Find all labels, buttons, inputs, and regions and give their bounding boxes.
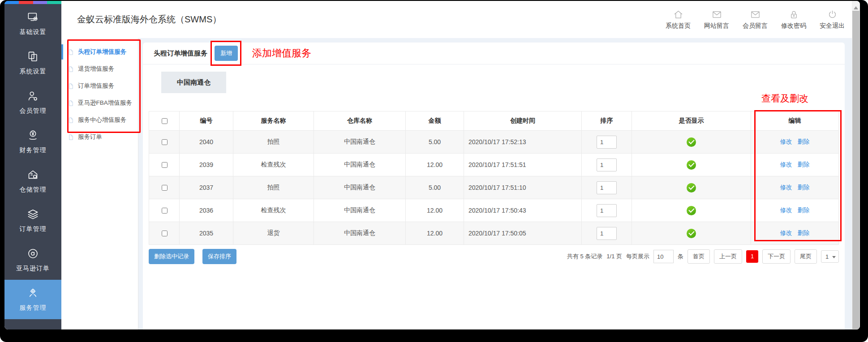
delete-link[interactable]: 删除 xyxy=(798,184,810,191)
col-header-warehouse: 仓库名称 xyxy=(314,111,406,131)
brand-color-strip xyxy=(4,1,61,4)
cell-id: 2035 xyxy=(180,222,233,245)
sidebar-item-finance-management[interactable]: 财务管理 xyxy=(4,122,61,162)
page-select-dropdown[interactable]: 1 xyxy=(821,250,839,263)
lock-icon xyxy=(789,9,799,20)
col-header-edit: 编辑 xyxy=(751,111,839,131)
delete-link[interactable]: 删除 xyxy=(798,207,810,214)
app-window: 基础设置 系统设置 会员管理 财务管理 仓储管理 订单管理 xyxy=(0,0,868,342)
current-page-button[interactable]: 1 xyxy=(746,250,758,263)
delete-selected-button[interactable]: 删除选中记录 xyxy=(149,249,194,264)
scrollbar-thumb[interactable] xyxy=(852,11,859,329)
delete-link[interactable]: 删除 xyxy=(798,230,810,236)
subnav-item-service-center-vas[interactable]: 服务中心增值服务 xyxy=(61,111,138,128)
file-icon xyxy=(68,66,74,73)
panel-body: 中国南通仓 编号 服务名称 仓库名称 金额 xyxy=(143,64,845,264)
quicklink-member-messages[interactable]: 会员留言 xyxy=(743,9,768,30)
sidebar-item-basic-settings[interactable]: 基础设置 xyxy=(4,4,61,43)
annotation-view-edit: 查看及删改 xyxy=(761,92,808,105)
mail-icon xyxy=(750,9,761,20)
sort-input[interactable] xyxy=(597,181,617,194)
warehouse-tab[interactable]: 中国南通仓 xyxy=(161,72,226,93)
sort-input[interactable] xyxy=(597,204,617,217)
sidebar-item-order-management[interactable]: 订单管理 xyxy=(4,201,61,240)
table-row: 2035 退货 中国南通仓 12.00 2020/10/17 17:50:05 … xyxy=(149,222,839,245)
cell-service: 检查残次 xyxy=(233,154,314,176)
modify-link[interactable]: 修改 xyxy=(780,207,792,214)
cell-created: 2020/10/17 17:51:51 xyxy=(464,154,582,176)
modify-link[interactable]: 修改 xyxy=(780,230,792,236)
delete-link[interactable]: 删除 xyxy=(798,161,810,168)
vertical-scrollbar[interactable] xyxy=(852,1,860,329)
pagination-page-info: 1/1 页 xyxy=(606,252,622,261)
visible-check-icon xyxy=(687,160,696,170)
sidebar-item-amazon-orders[interactable]: 亚马逊订单 xyxy=(4,240,61,280)
subnav-item-fba-vas[interactable]: 亚马逊FBA增值服务 xyxy=(61,94,138,111)
save-sort-button[interactable]: 保存排序 xyxy=(202,249,236,264)
modify-link[interactable]: 修改 xyxy=(780,161,792,168)
quicklink-system-home[interactable]: 系统首页 xyxy=(666,9,691,30)
cell-id: 2036 xyxy=(180,199,233,222)
primary-sidebar: 基础设置 系统设置 会员管理 财务管理 仓储管理 订单管理 xyxy=(4,1,61,329)
cell-warehouse: 中国南通仓 xyxy=(314,131,406,154)
sidebar-item-label: 财务管理 xyxy=(20,146,47,154)
subnav-item-service-orders[interactable]: 服务订单 xyxy=(61,128,138,145)
top-header: 金蚁云标准版海外仓系统（SWMS） 系统首页 网站留言 会员留言 修改密码 xyxy=(61,1,852,38)
sidebar-item-member-management[interactable]: 会员管理 xyxy=(4,83,61,122)
annotation-add-service: 添加增值服务 xyxy=(252,47,311,60)
quicklink-label: 系统首页 xyxy=(666,22,691,30)
table-row: 2036 检查残次 中国南通仓 12.00 2020/10/17 17:50:4… xyxy=(149,199,839,222)
cell-warehouse: 中国南通仓 xyxy=(314,222,406,245)
row-checkbox[interactable] xyxy=(162,231,168,236)
sidebar-item-label: 仓储管理 xyxy=(20,186,47,194)
subnav-item-return-vas[interactable]: 退货增值服务 xyxy=(61,60,138,77)
subnav-item-order-vas[interactable]: 订单增值服务 xyxy=(61,77,138,94)
visible-check-icon xyxy=(687,229,696,238)
first-page-button[interactable]: 首页 xyxy=(688,249,710,264)
layers-icon xyxy=(27,208,39,220)
subnav-item-label: 退货增值服务 xyxy=(78,65,114,73)
quicklink-label: 安全退出 xyxy=(820,22,845,30)
visible-check-icon xyxy=(687,183,696,192)
subnav-item-firstleg-vas[interactable]: 头程订单增值服务 xyxy=(61,43,138,60)
quicklink-site-messages[interactable]: 网站留言 xyxy=(704,9,729,30)
quick-links: 系统首页 网站留言 会员留言 修改密码 安全退出 xyxy=(666,9,845,30)
next-page-button[interactable]: 下一页 xyxy=(762,249,791,264)
file-icon xyxy=(68,49,74,56)
prev-page-button[interactable]: 上一页 xyxy=(714,249,742,264)
sort-input[interactable] xyxy=(597,136,617,149)
row-checkbox[interactable] xyxy=(162,162,168,168)
sidebar-item-system-settings[interactable]: 系统设置 xyxy=(4,43,61,83)
select-all-checkbox[interactable] xyxy=(162,118,168,124)
sidebar-item-warehouse-management[interactable]: 仓储管理 xyxy=(4,162,61,201)
per-page-input[interactable] xyxy=(653,250,674,263)
sort-input[interactable] xyxy=(597,158,617,171)
add-button[interactable]: 新增 xyxy=(215,46,238,61)
row-checkbox[interactable] xyxy=(162,185,168,191)
quicklink-label: 会员留言 xyxy=(743,22,768,30)
last-page-button[interactable]: 尾页 xyxy=(795,249,817,264)
quicklink-change-password[interactable]: 修改密码 xyxy=(781,9,806,30)
cell-id: 2039 xyxy=(180,154,233,176)
quicklink-logout[interactable]: 安全退出 xyxy=(820,9,845,30)
table-header-row: 编号 服务名称 仓库名称 金额 创建时间 排序 是否显示 编辑 xyxy=(149,111,839,131)
modify-link[interactable]: 修改 xyxy=(780,138,792,145)
row-checkbox[interactable] xyxy=(162,208,168,214)
main-content: 头程订单增值服务 新增 添加增值服务 中国南通仓 xyxy=(138,38,852,329)
scroll-up-arrow-icon[interactable] xyxy=(854,4,858,9)
cell-amount: 12.00 xyxy=(406,222,464,245)
col-header-id: 编号 xyxy=(180,111,233,131)
cell-service: 检查残次 xyxy=(233,199,314,222)
quicklink-label: 修改密码 xyxy=(781,22,806,30)
sidebar-item-service-management[interactable]: 服务管理 xyxy=(4,280,61,319)
page-title: 金蚁云标准版海外仓系统（SWMS） xyxy=(77,13,221,26)
sort-input[interactable] xyxy=(597,227,617,240)
cell-id: 2040 xyxy=(180,131,233,154)
sidebar-item-label: 服务管理 xyxy=(20,304,47,312)
cell-amount: 5.00 xyxy=(406,176,464,199)
visible-check-icon xyxy=(687,206,696,215)
delete-link[interactable]: 删除 xyxy=(798,138,810,145)
modify-link[interactable]: 修改 xyxy=(780,184,792,191)
sidebar-item-label: 基础设置 xyxy=(20,28,47,36)
row-checkbox[interactable] xyxy=(162,139,168,145)
